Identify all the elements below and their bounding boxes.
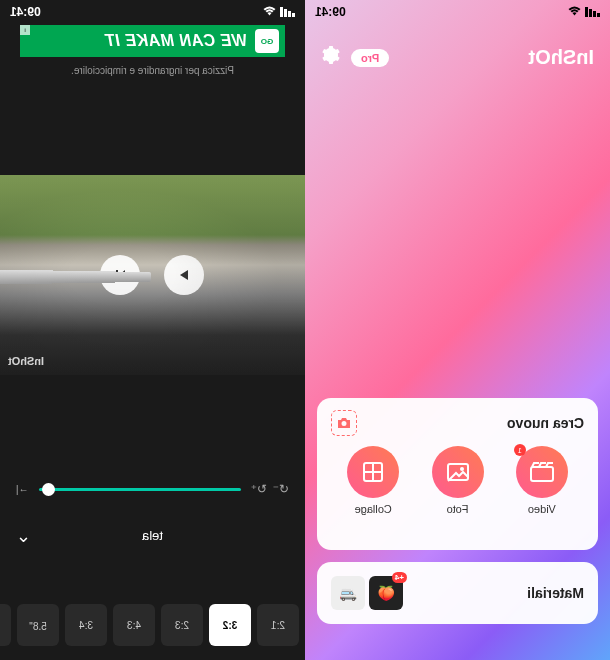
status-bar: 09:41 xyxy=(305,0,610,24)
status-time: 09:41 xyxy=(315,5,346,19)
canvas-label: tela xyxy=(142,528,163,543)
ratio-chip[interactable]: 2:1 xyxy=(257,604,299,646)
skip-end-icon[interactable]: →| xyxy=(16,484,29,495)
zoom-slider[interactable] xyxy=(39,488,241,491)
ratio-chip[interactable]: 3:2 xyxy=(209,604,251,646)
rotate-right-icon[interactable]: ↻⁺ xyxy=(251,482,267,496)
ad-text: WE CAN MAKE IT xyxy=(105,32,247,50)
rotate-left-icon[interactable]: ↺⁻ xyxy=(273,482,289,496)
ratio-chip[interactable]: 2:3 xyxy=(161,604,203,646)
materials-thumbnails[interactable]: +4 🍑 🚐 xyxy=(331,576,403,610)
app-logo: InShOt xyxy=(528,46,594,69)
status-time: 09:41 xyxy=(10,5,41,19)
editor-screen: 09:41 GO WE CAN MAKE IT i Pizzica per in… xyxy=(0,0,305,660)
ad-info-icon[interactable]: i xyxy=(20,25,30,35)
create-collage-button[interactable]: Collage xyxy=(347,446,399,515)
ratio-chip[interactable]: 5.8" xyxy=(17,604,59,646)
create-item-label: Video xyxy=(528,503,556,515)
pro-badge[interactable]: Pro xyxy=(351,49,389,67)
materials-card[interactable]: Materiali +4 🍑 🚐 xyxy=(317,562,598,624)
create-new-card: Crea nuovo 1 Video Foto xyxy=(317,398,598,550)
create-photo-button[interactable]: Foto xyxy=(432,446,484,515)
chevron-down-icon[interactable]: ⌄ xyxy=(16,525,31,547)
canvas-section-header: tela ⌄ xyxy=(0,520,305,551)
ratio-chip[interactable]: 5.5" xyxy=(0,604,11,646)
svg-rect-0 xyxy=(531,467,553,481)
wifi-icon xyxy=(263,6,276,18)
card-title: Crea nuovo xyxy=(507,415,584,431)
timeline-controls: ↺⁻ ↻⁺ →| xyxy=(0,470,305,508)
material-thumbnail[interactable]: 🚐 xyxy=(331,576,365,610)
materials-count-badge: +4 xyxy=(392,572,407,583)
ad-brand-badge: GO xyxy=(255,29,279,53)
create-item-label: Foto xyxy=(447,503,469,515)
app-header: InShOt Pro xyxy=(305,45,610,70)
card-title: Materiali xyxy=(527,585,584,601)
app-watermark: InShOt xyxy=(8,355,44,367)
gear-icon[interactable] xyxy=(321,45,341,70)
slider-thumb[interactable] xyxy=(42,483,55,496)
svg-point-2 xyxy=(460,467,464,471)
ratio-chip[interactable]: 4:3 xyxy=(113,604,155,646)
cellular-signal-icon xyxy=(585,7,600,17)
camera-button[interactable] xyxy=(331,410,357,436)
photo-icon xyxy=(432,446,484,498)
ad-banner[interactable]: GO WE CAN MAKE IT i xyxy=(20,25,285,57)
video-preview[interactable]: InShOt xyxy=(0,175,305,375)
home-screen: 09:41 InShOt Pro Crea nuovo 1 xyxy=(305,0,610,660)
create-video-button[interactable]: 1 Video xyxy=(516,446,568,515)
create-item-label: Collage xyxy=(355,503,392,515)
aspect-ratio-picker[interactable]: 2:1 3:2 2:3 4:3 3:4 5.8" 5.5" xyxy=(0,590,305,660)
ratio-chip[interactable]: 3:4 xyxy=(65,604,107,646)
collage-icon xyxy=(347,446,399,498)
cellular-signal-icon xyxy=(280,7,295,17)
wifi-icon xyxy=(568,6,581,18)
status-bar: 09:41 xyxy=(0,0,305,24)
notification-badge: 1 xyxy=(514,444,526,456)
pinch-hint: Pizzica per ingrandire e rimpicciolire. xyxy=(0,65,305,76)
